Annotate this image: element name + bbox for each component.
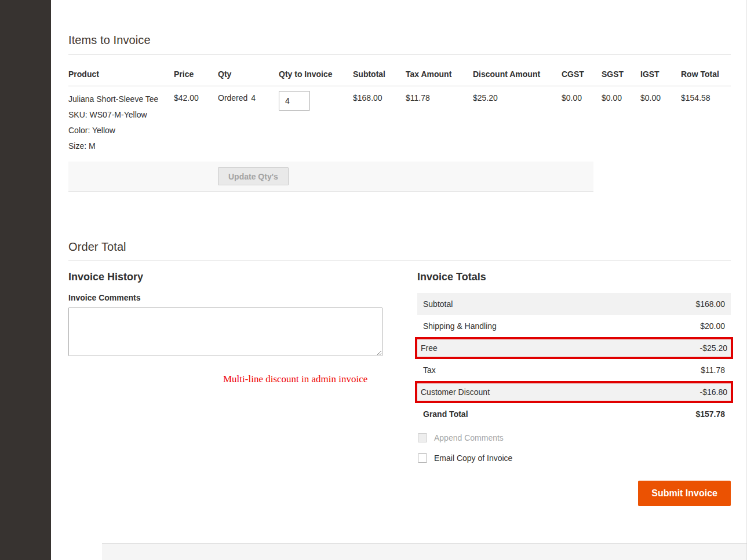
col-header-product: Product xyxy=(68,54,174,86)
email-copy-row: Email Copy of Invoice xyxy=(417,453,731,463)
items-table-header-row: Product Price Qty Qty to Invoice Subtota… xyxy=(68,54,731,86)
submit-invoice-button[interactable]: Submit Invoice xyxy=(638,481,731,506)
cgst-cell: $0.00 xyxy=(562,86,602,159)
subtotal-cell: $168.00 xyxy=(353,86,406,159)
email-copy-label: Email Copy of Invoice xyxy=(434,453,512,463)
col-header-sgst: SGST xyxy=(602,54,640,86)
append-comments-label: Append Comments xyxy=(434,433,504,442)
total-label: Free xyxy=(421,343,438,353)
row-total-cell: $154.58 xyxy=(681,86,731,159)
invoice-history-column: Invoice History Invoice Comments Multi-l… xyxy=(68,271,382,506)
update-qty-bar: Update Qty's xyxy=(68,162,593,192)
total-row-grand-total: Grand Total $157.78 xyxy=(417,403,731,425)
col-header-cgst: CGST xyxy=(562,54,602,86)
discount-amount-cell: $25.20 xyxy=(473,86,562,159)
col-header-row-total: Row Total xyxy=(681,54,731,86)
col-header-tax-amount: Tax Amount xyxy=(406,54,473,86)
col-header-qty: Qty xyxy=(218,54,279,86)
qty-to-invoice-cell xyxy=(279,86,353,159)
total-label: Grand Total xyxy=(423,409,468,419)
total-row-subtotal: Subtotal $168.00 xyxy=(417,293,731,315)
admin-sidebar xyxy=(0,0,51,560)
qty-status-label: Ordered xyxy=(218,93,247,103)
tax-amount-cell: $11.78 xyxy=(406,86,473,159)
col-header-igst: IGST xyxy=(640,54,681,86)
invoice-comments-textarea[interactable] xyxy=(68,308,382,356)
total-label: Shipping & Handling xyxy=(423,321,497,331)
invoice-comments-label: Invoice Comments xyxy=(68,293,382,302)
total-value: -$25.20 xyxy=(700,343,727,353)
order-total-title: Order Total xyxy=(68,240,731,254)
append-comments-checkbox[interactable] xyxy=(418,433,427,442)
col-header-qty-to-invoice: Qty to Invoice xyxy=(279,54,353,86)
total-value: -$16.80 xyxy=(700,387,727,397)
total-row-tax: Tax $11.78 xyxy=(417,359,731,381)
col-header-subtotal: Subtotal xyxy=(353,54,406,86)
item-row: Juliana Short-Sleeve Tee SKU: WS07-M-Yel… xyxy=(68,86,731,159)
total-row-free-discount: Free -$25.20 xyxy=(415,337,733,359)
total-value: $157.78 xyxy=(695,409,725,419)
product-cell: Juliana Short-Sleeve Tee SKU: WS07-M-Yel… xyxy=(68,86,174,159)
col-header-price: Price xyxy=(174,54,218,86)
igst-cell: $0.00 xyxy=(640,86,681,159)
total-value: $168.00 xyxy=(695,299,725,309)
product-name: Juliana Short-Sleeve Tee xyxy=(68,93,169,105)
qty-ordered-value: 4 xyxy=(251,93,256,103)
order-total-header: Order Total xyxy=(68,192,731,261)
product-size: Size: M xyxy=(68,140,169,152)
total-row-customer-discount: Customer Discount -$16.80 xyxy=(415,381,733,403)
invoice-totals-title: Invoice Totals xyxy=(417,271,731,283)
total-label: Customer Discount xyxy=(421,387,490,397)
page-right-edge xyxy=(746,0,746,560)
total-label: Subtotal xyxy=(423,299,453,309)
total-label: Tax xyxy=(423,365,436,375)
footer-strip xyxy=(102,543,747,560)
update-qty-button[interactable]: Update Qty's xyxy=(218,167,289,185)
items-to-invoice-header: Items to Invoice xyxy=(68,0,731,54)
qty-cell: Ordered4 xyxy=(218,86,279,159)
total-value: $11.78 xyxy=(701,365,725,375)
product-color: Color: Yellow xyxy=(68,125,169,136)
items-to-invoice-title: Items to Invoice xyxy=(68,34,731,47)
col-header-discount-amount: Discount Amount xyxy=(473,54,562,86)
invoice-totals-table: Subtotal $168.00 Shipping & Handling $20… xyxy=(417,293,731,425)
total-value: $20.00 xyxy=(700,321,725,331)
total-row-shipping: Shipping & Handling $20.00 xyxy=(417,315,731,337)
invoice-totals-column: Invoice Totals Subtotal $168.00 Shipping… xyxy=(417,271,731,506)
product-sku: SKU: WS07-M-Yellow xyxy=(68,109,169,120)
discount-annotation-text: Multi-line discount in admin invoice xyxy=(223,374,382,385)
email-copy-checkbox[interactable] xyxy=(418,453,427,463)
price-cell: $42.00 xyxy=(174,86,218,159)
append-comments-row: Append Comments xyxy=(417,433,731,442)
main-content: Items to Invoice Product Price Qty Qty t… xyxy=(51,0,747,560)
invoice-history-title: Invoice History xyxy=(68,271,382,283)
qty-to-invoice-input[interactable] xyxy=(279,91,310,111)
items-table: Product Price Qty Qty to Invoice Subtota… xyxy=(68,54,731,159)
sgst-cell: $0.00 xyxy=(602,86,640,159)
